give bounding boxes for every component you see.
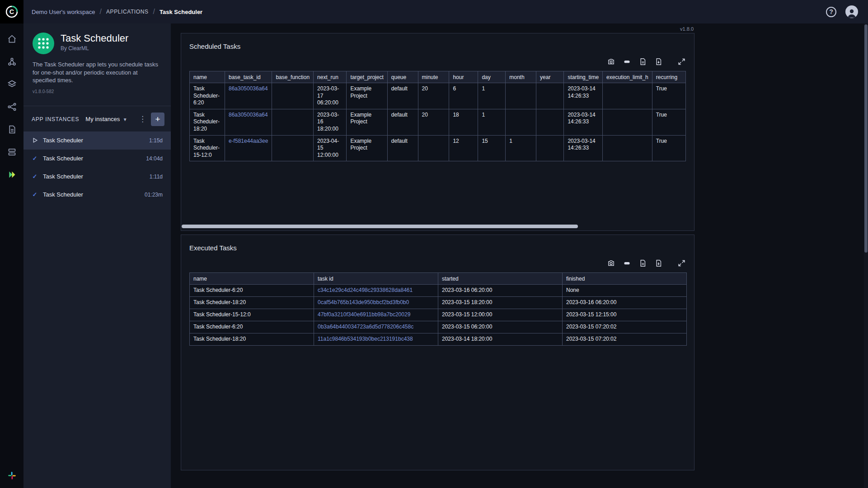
sidebar-item-reports[interactable] <box>6 124 17 135</box>
task-id-link[interactable]: 11a1c9846b534193b0bec213191bc438 <box>318 336 413 342</box>
table-cell: 0b3a64b440034723a6d5d778206c458c <box>314 321 438 333</box>
table-cell: Task Scheduler-6:20 <box>190 321 314 333</box>
table-cell: 2023-03-15 07:20:02 <box>563 333 687 346</box>
sidebar-item-applications[interactable] <box>6 169 17 180</box>
instances-filter-dropdown[interactable]: My instances ▼ <box>85 116 127 122</box>
task-id-link[interactable]: 47bf0a3210f340e6911bb98a7bc20029 <box>318 311 410 318</box>
csv-export-icon[interactable] <box>638 57 647 66</box>
eraser-icon[interactable] <box>622 57 631 66</box>
table-cell: Task Scheduler-6:20 <box>190 285 314 297</box>
table-cell: 2023-03-15 07:20:02 <box>563 321 687 333</box>
task-id-link[interactable]: 86a3050036a64 <box>229 85 268 92</box>
vertical-scrollbar-thumb[interactable] <box>864 24 868 253</box>
column-header: execution_limit_h <box>603 71 652 83</box>
workers-queues-icon <box>7 147 17 157</box>
app-byline: By ClearML <box>61 45 128 52</box>
table-cell: 1 <box>478 83 506 109</box>
column-header: day <box>478 71 506 83</box>
table-cell: 12 <box>449 135 478 161</box>
table-cell: True <box>652 135 685 161</box>
table-cell <box>272 109 314 135</box>
table-row: Task Scheduler-6:2086a3050036a642023-03-… <box>190 83 686 109</box>
instance-runtime: 14:04d <box>146 155 163 162</box>
camera-icon[interactable] <box>606 259 615 267</box>
table-cell <box>603 135 652 161</box>
clearml-logo[interactable]: C <box>0 0 23 23</box>
table-cell: 20 <box>418 109 449 135</box>
table-cell <box>603 109 652 135</box>
column-header: name <box>190 273 314 285</box>
table-header-row: nametask idstartedfinished <box>190 273 687 285</box>
column-header: task id <box>314 273 438 285</box>
instance-row[interactable]: ✓ Task Scheduler 01:23m <box>23 186 171 204</box>
task-id-link[interactable]: c34c1e29c4d24c498c29338628da8461 <box>318 287 413 293</box>
table-row: Task Scheduler-18:200caf54b765b143de950b… <box>190 297 687 309</box>
column-header: next_run <box>314 71 347 83</box>
maximize-icon[interactable] <box>677 259 686 267</box>
table-cell: 2023-03-17 06:20:00 <box>314 83 347 109</box>
table-cell: True <box>652 83 685 109</box>
instance-row[interactable]: ✓ Task Scheduler 1:11d <box>23 168 171 186</box>
table-cell: 15 <box>478 135 506 161</box>
top-bar-actions: ? <box>826 5 868 18</box>
table-cell <box>418 135 449 161</box>
table-cell: 2023-03-15 18:20:00 <box>438 297 563 309</box>
horizontal-scrollbar-thumb[interactable] <box>182 225 578 228</box>
csv-export-icon[interactable] <box>638 259 647 267</box>
add-instance-button[interactable]: + <box>151 113 164 126</box>
table-cell: 6 <box>449 83 478 109</box>
instance-name: Task Scheduler <box>43 155 83 162</box>
table-cell <box>536 83 564 109</box>
breadcrumb-applications[interactable]: APPLICATIONS <box>106 9 149 15</box>
table-cell: 2023-03-14 14:26:33 <box>564 109 603 135</box>
task-id-link[interactable]: e-f581e44aa3ee <box>229 138 268 144</box>
sidebar-item-slack[interactable] <box>6 470 17 481</box>
app-details-panel: Task Scheduler By ClearML The Task Sched… <box>23 23 171 488</box>
help-icon[interactable]: ? <box>826 7 836 17</box>
main-content: v1.8.0 Scheduled Tasks <box>171 23 864 488</box>
sidebar-item-workers-queues[interactable] <box>6 146 17 157</box>
table-cell: 2023-03-16 06:20:00 <box>563 297 687 309</box>
instance-row[interactable]: ✓ Task Scheduler 14:04d <box>23 150 171 168</box>
pipelines-icon <box>7 102 17 112</box>
sidebar-item-datasets[interactable] <box>6 79 17 89</box>
table-cell: 2023-03-15 12:00:00 <box>438 309 563 321</box>
table-cell: 20 <box>418 83 449 109</box>
table-cell: Example Project <box>347 135 387 161</box>
scheduled-tasks-toolbar <box>189 57 686 66</box>
table-cell: Task Scheduler-15-12:0 <box>190 135 225 161</box>
column-header: hour <box>449 71 478 83</box>
table-row: Task Scheduler-15-12:047bf0a3210f340e691… <box>190 309 687 321</box>
app-version: v1.8.0-582 <box>33 89 162 94</box>
instance-runtime: 1:11d <box>150 174 163 180</box>
eraser-icon[interactable] <box>622 259 631 267</box>
breadcrumb-workspace[interactable]: Demo User's workspace <box>32 9 95 15</box>
table-cell: default <box>387 83 418 109</box>
vertical-scrollbar <box>864 23 868 488</box>
instance-name: Task Scheduler <box>43 191 83 198</box>
table-cell: Task Scheduler-18:20 <box>190 333 314 346</box>
download-icon[interactable] <box>654 259 663 267</box>
instances-filter-value: My instances <box>85 116 120 122</box>
table-row: Task Scheduler-18:2011a1c9846b534193b0be… <box>190 333 687 346</box>
maximize-icon[interactable] <box>677 57 686 66</box>
task-id-link[interactable]: 86a3050036a64 <box>229 112 268 118</box>
camera-icon[interactable] <box>606 57 615 66</box>
column-header: minute <box>418 71 449 83</box>
sidebar-item-home[interactable] <box>6 33 17 44</box>
task-id-link[interactable]: 0b3a64b440034723a6d5d778206c458c <box>318 324 413 330</box>
table-row: Task Scheduler-6:200b3a64b440034723a6d5d… <box>190 321 687 333</box>
kebab-menu-icon[interactable]: ⋮ <box>134 115 151 123</box>
table-cell: 1 <box>478 109 506 135</box>
table-cell: 2023-03-14 14:26:33 <box>564 83 603 109</box>
avatar[interactable] <box>845 5 858 18</box>
download-icon[interactable] <box>654 57 663 66</box>
instance-row[interactable]: Task Scheduler 1:15d <box>23 131 171 150</box>
task-id-link[interactable]: 0caf54b765b143de950bbcf2bd3fb0b0 <box>318 299 409 305</box>
sidebar-item-pipelines[interactable] <box>6 101 17 112</box>
table-cell: c34c1e29c4d24c498c29338628da8461 <box>314 285 438 297</box>
task-scheduler-app-icon <box>33 33 54 54</box>
breadcrumb-separator: / <box>153 8 155 16</box>
sidebar-item-projects[interactable] <box>6 56 17 67</box>
table-cell: 2023-04-15 12:00:00 <box>314 135 347 161</box>
